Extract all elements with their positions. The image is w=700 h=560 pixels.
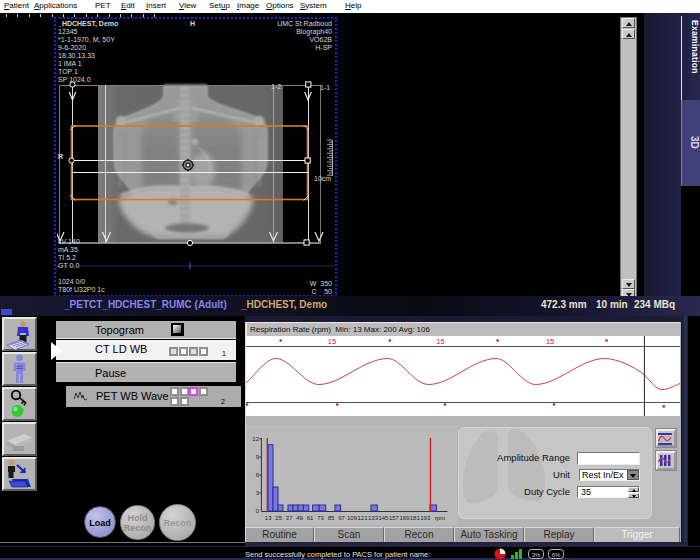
svg-text:25: 25 (275, 515, 282, 521)
svg-text:169: 169 (399, 515, 410, 521)
svg-text:73: 73 (317, 515, 324, 521)
svg-text:15: 15 (546, 337, 554, 346)
svg-text:12: 12 (252, 436, 259, 442)
svg-text:145: 145 (378, 515, 389, 521)
svg-text:61: 61 (307, 515, 314, 521)
svg-text:15: 15 (436, 337, 444, 346)
svg-text:157: 157 (389, 515, 400, 521)
svg-text:37: 37 (286, 515, 293, 521)
svg-text:13: 13 (265, 515, 272, 521)
svg-text:109: 109 (347, 515, 358, 521)
svg-text:49: 49 (296, 515, 303, 521)
svg-text:133: 133 (368, 515, 379, 521)
svg-text:97: 97 (338, 515, 345, 521)
svg-text:181: 181 (410, 515, 421, 521)
svg-text:3%: 3% (532, 552, 541, 558)
svg-text:15: 15 (328, 337, 336, 346)
svg-text:rpm: rpm (435, 515, 445, 521)
svg-text:6%: 6% (552, 552, 561, 558)
svg-text:85: 85 (328, 515, 335, 521)
svg-text:121: 121 (357, 515, 368, 521)
svg-text:193: 193 (420, 515, 431, 521)
